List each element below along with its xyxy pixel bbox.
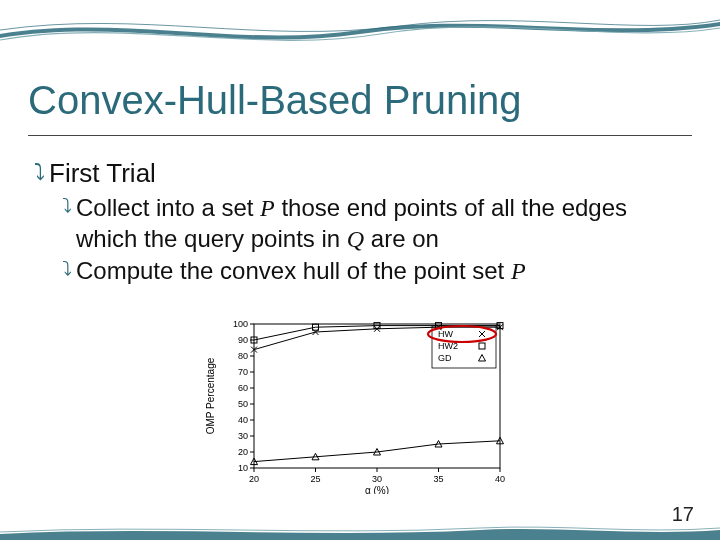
bullet-icon: ⤵ bbox=[62, 193, 72, 220]
svg-text:OMP Percentage: OMP Percentage bbox=[205, 357, 216, 434]
bullet-icon: ⤵ bbox=[62, 256, 72, 283]
bullet-text: Compute the convex hull of the point set… bbox=[76, 256, 682, 287]
bullet-compute: ⤵ Compute the convex hull of the point s… bbox=[62, 256, 682, 287]
text-fragment: Compute the convex hull of the point set bbox=[76, 257, 511, 284]
var-P: P bbox=[260, 195, 275, 221]
text-fragment: Collect into a set bbox=[76, 194, 260, 221]
svg-text:10: 10 bbox=[238, 463, 248, 473]
svg-text:HW: HW bbox=[438, 329, 453, 339]
svg-text:60: 60 bbox=[238, 383, 248, 393]
svg-rect-53 bbox=[479, 343, 485, 349]
bullet-first-trial: ⤵ First Trial bbox=[34, 158, 682, 189]
svg-text:40: 40 bbox=[495, 474, 505, 484]
svg-text:50: 50 bbox=[238, 399, 248, 409]
bullet-icon: ⤵ bbox=[34, 158, 45, 185]
slide-title: Convex-Hull-Based Pruning bbox=[28, 78, 692, 136]
svg-text:100: 100 bbox=[233, 319, 248, 329]
page-number: 17 bbox=[672, 503, 694, 526]
text-fragment: are on bbox=[364, 225, 439, 252]
slide-body: ⤵ First Trial ⤵ Collect into a set P tho… bbox=[34, 158, 682, 289]
svg-text:35: 35 bbox=[433, 474, 443, 484]
bullet-collect: ⤵ Collect into a set P those end points … bbox=[62, 193, 682, 254]
slide: Convex-Hull-Based Pruning ⤵ First Trial … bbox=[0, 0, 720, 540]
svg-text:20: 20 bbox=[249, 474, 259, 484]
svg-text:90: 90 bbox=[238, 335, 248, 345]
svg-text:30: 30 bbox=[238, 431, 248, 441]
var-Q: Q bbox=[347, 226, 364, 252]
footer-wave-decoration bbox=[0, 524, 720, 540]
bullet-text: First Trial bbox=[49, 158, 682, 189]
svg-text:20: 20 bbox=[238, 447, 248, 457]
header-wave-decoration bbox=[0, 0, 720, 60]
svg-text:70: 70 bbox=[238, 367, 248, 377]
svg-rect-0 bbox=[254, 324, 500, 468]
svg-text:GD: GD bbox=[438, 353, 452, 363]
var-P: P bbox=[511, 258, 526, 284]
svg-text:30: 30 bbox=[372, 474, 382, 484]
svg-text:α (%): α (%) bbox=[365, 485, 389, 494]
chart: 1020304050607080901002025303540α (%)OMP … bbox=[200, 316, 510, 494]
svg-text:80: 80 bbox=[238, 351, 248, 361]
svg-text:25: 25 bbox=[310, 474, 320, 484]
bullet-text: Collect into a set P those end points of… bbox=[76, 193, 682, 254]
svg-text:40: 40 bbox=[238, 415, 248, 425]
